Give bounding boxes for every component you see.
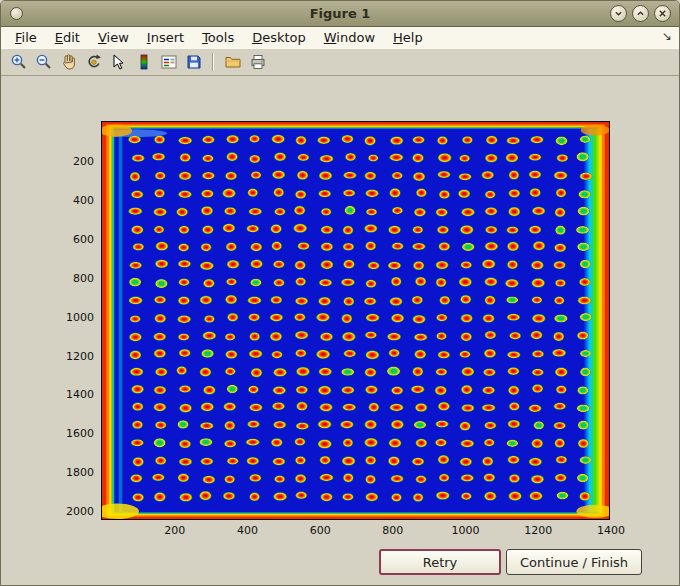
zoom-in-button[interactable] bbox=[7, 51, 30, 74]
retry-button[interactable]: Retry bbox=[379, 549, 501, 575]
array-spot bbox=[201, 206, 213, 215]
y-tick-label: 600 bbox=[73, 232, 94, 245]
dock-figure-icon[interactable]: ↘ bbox=[662, 29, 672, 43]
array-spot bbox=[179, 278, 190, 285]
array-spot bbox=[530, 136, 543, 143]
array-spot bbox=[130, 368, 143, 376]
array-spot bbox=[508, 456, 520, 464]
array-spot bbox=[507, 137, 520, 144]
array-spot bbox=[556, 386, 567, 394]
minimize-button[interactable] bbox=[610, 5, 627, 22]
array-spot bbox=[482, 171, 494, 179]
continue-finish-button[interactable]: Continue / Finish bbox=[506, 549, 642, 575]
array-spot bbox=[320, 403, 333, 411]
array-spot bbox=[131, 385, 143, 394]
menu-accel: E bbox=[55, 30, 63, 45]
array-spot bbox=[529, 492, 542, 501]
array-spot bbox=[365, 386, 377, 394]
array-spot bbox=[342, 332, 355, 341]
menu-insert[interactable]: Insert bbox=[138, 29, 193, 46]
array-spot bbox=[509, 189, 520, 197]
array-spot bbox=[273, 492, 287, 501]
array-spot bbox=[416, 476, 427, 484]
array-spot bbox=[368, 262, 380, 269]
array-spot bbox=[176, 208, 187, 216]
array-spot bbox=[295, 456, 306, 464]
array-spot bbox=[342, 456, 355, 465]
array-spot bbox=[435, 439, 446, 447]
menu-desktop[interactable]: Desktop bbox=[243, 29, 315, 46]
array-spot bbox=[343, 438, 353, 446]
array-spot bbox=[533, 241, 545, 250]
array-spot bbox=[415, 277, 426, 286]
close-button[interactable] bbox=[654, 5, 671, 22]
array-spot bbox=[580, 313, 592, 321]
array-spot bbox=[509, 474, 520, 482]
array-spot bbox=[132, 403, 143, 411]
array-spot bbox=[411, 385, 424, 393]
array-spot bbox=[364, 224, 377, 232]
array-spot bbox=[201, 402, 214, 411]
array-spot bbox=[462, 136, 473, 144]
array-spot bbox=[416, 439, 427, 447]
heatmap-image[interactable] bbox=[102, 122, 609, 519]
menu-edit[interactable]: Edit bbox=[46, 29, 89, 46]
array-spot bbox=[436, 278, 446, 287]
array-spot bbox=[580, 350, 591, 357]
array-spot bbox=[129, 351, 141, 360]
menu-tools[interactable]: Tools bbox=[193, 29, 243, 46]
array-spot bbox=[179, 226, 189, 234]
menu-window[interactable]: Window bbox=[315, 29, 384, 46]
save-icon bbox=[185, 53, 203, 71]
array-spot bbox=[295, 438, 306, 446]
array-spot bbox=[461, 385, 472, 394]
window-menu-icon[interactable] bbox=[10, 7, 23, 20]
array-spot bbox=[178, 137, 192, 144]
array-spot bbox=[201, 349, 213, 358]
array-spot bbox=[461, 440, 474, 447]
array-spot bbox=[343, 172, 356, 179]
menu-view[interactable]: View bbox=[89, 29, 138, 46]
array-spot bbox=[580, 260, 590, 269]
array-spot bbox=[369, 403, 379, 412]
array-spot bbox=[485, 154, 497, 162]
array-spot bbox=[272, 351, 283, 358]
array-spot bbox=[249, 350, 262, 358]
array-spot bbox=[154, 492, 166, 501]
y-tick-label: 1400 bbox=[66, 388, 94, 401]
print-button[interactable] bbox=[246, 51, 269, 74]
array-spot bbox=[532, 314, 545, 323]
data-cursor-button[interactable] bbox=[107, 51, 130, 74]
titlebar[interactable]: Figure 1 bbox=[1, 1, 679, 27]
menu-file[interactable]: File bbox=[6, 29, 46, 46]
menu-help[interactable]: Help bbox=[384, 29, 432, 46]
array-spot bbox=[133, 243, 144, 250]
zoom-in-icon bbox=[10, 53, 28, 71]
maximize-button[interactable] bbox=[632, 5, 649, 22]
array-spot bbox=[577, 243, 590, 251]
array-spot bbox=[273, 368, 286, 377]
array-spot bbox=[484, 349, 496, 358]
y-tick-label: 1000 bbox=[66, 310, 94, 323]
array-spot bbox=[271, 224, 282, 233]
array-spot bbox=[482, 259, 495, 268]
rotate-3d-button[interactable] bbox=[82, 51, 105, 74]
array-spot bbox=[320, 456, 331, 464]
array-spot bbox=[154, 189, 164, 197]
legend-button[interactable] bbox=[157, 51, 180, 74]
array-spot bbox=[460, 225, 473, 234]
array-spot bbox=[507, 260, 518, 269]
array-spot bbox=[580, 456, 592, 464]
array-spot bbox=[460, 351, 471, 358]
array-spot bbox=[342, 314, 353, 323]
y-tick-label: 1600 bbox=[66, 427, 94, 440]
x-tick-label: 200 bbox=[164, 524, 185, 537]
pan-button[interactable] bbox=[57, 51, 80, 74]
colorbar-button[interactable] bbox=[132, 51, 155, 74]
array-spot bbox=[129, 333, 142, 342]
zoom-out-button[interactable] bbox=[32, 51, 55, 74]
array-spot bbox=[274, 279, 285, 287]
save-button[interactable] bbox=[182, 51, 205, 74]
array-spot bbox=[128, 207, 142, 214]
open-button[interactable] bbox=[221, 51, 244, 74]
